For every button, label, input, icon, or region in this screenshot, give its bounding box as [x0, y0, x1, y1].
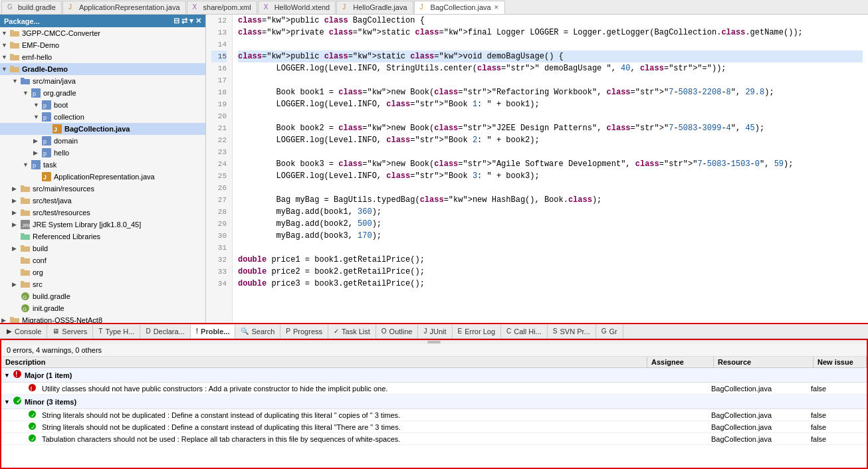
tree-icon-0	[9, 28, 20, 39]
tree-item-11[interactable]: ▼ptask	[0, 159, 205, 171]
tree-item-19[interactable]: conf	[0, 254, 205, 266]
tree-item-20[interactable]: org	[0, 266, 205, 278]
tree-arrow-15[interactable]: ▶	[12, 209, 20, 216]
tree-item-16[interactable]: ▶JREJRE System Library [jdk1.8.0_45]	[0, 219, 205, 231]
bottom-tab-13[interactable]: GGr	[596, 325, 623, 338]
tree-item-15[interactable]: ▶src/test/resources	[0, 207, 205, 219]
line-number-34: 34	[211, 278, 227, 290]
editor-tab-3[interactable]: XHelloWorld.xtend	[258, 1, 336, 14]
bottom-tab-12[interactable]: SSVN Pr...	[548, 325, 596, 338]
tree-arrow-10[interactable]: ▶	[33, 149, 41, 156]
tree-arrow-9[interactable]: ▶	[33, 138, 41, 144]
issue-group-header-1[interactable]: ▼✓Minor (3 items)	[1, 395, 867, 409]
tree-item-17[interactable]: Referenced Libraries	[0, 231, 205, 242]
tree-arrow-18[interactable]: ▶	[12, 245, 20, 252]
tree-arrow-6[interactable]: ▼	[33, 102, 41, 108]
tree-item-7[interactable]: ▼pcollection	[0, 111, 205, 123]
bottom-tab-10[interactable]: EError Log	[453, 325, 502, 338]
bottom-tabs: ▶Console🖥ServersTType H...DDeclara...!Pr…	[0, 324, 868, 339]
tree-arrow-21[interactable]: ▶	[12, 281, 20, 288]
down-arrow-icon[interactable]: ▾	[189, 17, 193, 25]
bottom-tab-9[interactable]: JJUnit	[418, 325, 452, 338]
bottom-tab-5[interactable]: 🔍Search	[235, 325, 280, 338]
tree-arrow-4[interactable]: ▼	[12, 78, 20, 84]
issue-row-0-0[interactable]: !Utility classes should not have public …	[1, 383, 867, 395]
tree-arrow-3[interactable]: ▼	[1, 66, 9, 72]
tree-item-24[interactable]: ▶Migration-OSS5-NetAct8	[0, 314, 205, 323]
editor-tab-1[interactable]: JApplicationRepresentation.java	[62, 1, 186, 14]
tree-item-21[interactable]: ▶src	[0, 278, 205, 290]
issues-header: DescriptionAssigneeResourceNew issue	[1, 357, 867, 368]
tree-item-10[interactable]: ▶phello	[0, 147, 205, 159]
close-icon[interactable]: ✕	[195, 17, 201, 25]
tree-item-2[interactable]: ▼emf-hello	[0, 51, 205, 63]
tree-arrow-5[interactable]: ▼	[23, 90, 31, 96]
bottom-tab-4[interactable]: !Proble...	[191, 325, 236, 338]
tree-item-4[interactable]: ▼src/main/java	[0, 75, 205, 87]
tree-label-17: Referenced Libraries	[33, 233, 100, 240]
tree-item-5[interactable]: ▼porg.gradle	[0, 87, 205, 99]
tree-item-6[interactable]: ▼pboot	[0, 99, 205, 111]
tree-item-9[interactable]: ▶pdomain	[0, 135, 205, 147]
bottom-tab-3[interactable]: DDeclara...	[140, 325, 190, 338]
issue-row-1-0[interactable]: ✓String literals should not be duplicate…	[1, 409, 867, 421]
svg-text:p: p	[43, 114, 47, 121]
bottom-tab-0[interactable]: ▶Console	[1, 325, 47, 338]
tab-close-5[interactable]: ✕	[494, 4, 499, 11]
tree-icon-22: G	[20, 291, 31, 302]
svg-text:p: p	[33, 162, 36, 169]
code-line-30: myBag.add(book3, 170);	[238, 230, 863, 242]
tree-item-8[interactable]: JBagCollection.java	[0, 123, 205, 135]
tree-item-14[interactable]: ▶src/test/java	[0, 195, 205, 207]
bottom-tab-icon-7: ✓	[334, 328, 339, 335]
code-lines[interactable]: class="kw">public class BagCollection { …	[233, 15, 868, 323]
tree-arrow-24[interactable]: ▶	[1, 317, 9, 323]
tree-item-13[interactable]: ▶src/main/resources	[0, 183, 205, 195]
editor-tab-0[interactable]: Gbuild.gradle	[1, 1, 62, 14]
tree-arrow-11[interactable]: ▼	[23, 161, 31, 168]
bottom-tab-2[interactable]: TType H...	[93, 325, 140, 338]
sidebar-tree[interactable]: ▼3GPP-CMCC-Converter▼EMF-Demo▼emf-hello▼…	[0, 27, 205, 323]
code-line-27: Bag myBag = BagUtils.typedBag(class="kw"…	[238, 194, 863, 206]
svg-text:!: !	[15, 371, 17, 378]
issues-table[interactable]: DescriptionAssigneeResourceNew issue ▼!M…	[1, 357, 867, 468]
tree-item-1[interactable]: ▼EMF-Demo	[0, 39, 205, 51]
tree-label-7: collection	[54, 113, 84, 121]
tree-item-12[interactable]: JApplicationRepresentation.java	[0, 171, 205, 183]
bottom-tab-8[interactable]: OOutline	[376, 325, 419, 338]
editor-tab-4[interactable]: JHelloGradle.java	[336, 1, 413, 14]
issue-group-header-0[interactable]: ▼!Major (1 item)	[1, 368, 867, 383]
tree-item-23[interactable]: Ginit.gradle	[0, 302, 205, 314]
issue-row-1-2[interactable]: ✓Tabulation characters should not be use…	[1, 433, 867, 445]
issue-row-1-1[interactable]: ✓String literals should not be duplicate…	[1, 421, 867, 433]
bottom-tab-7[interactable]: ✓Task List	[328, 325, 376, 338]
code-editor[interactable]: 1213141516171819202122232425262728293031…	[206, 15, 868, 323]
tab-icon-4: J	[342, 3, 350, 11]
tree-arrow-1[interactable]: ▼	[1, 42, 9, 48]
bottom-tab-icon-4: !	[196, 328, 198, 335]
editor-tab-5[interactable]: JBagCollection.java✕	[414, 1, 505, 14]
tree-label-20: org	[33, 268, 43, 276]
tree-item-0[interactable]: ▼3GPP-CMCC-Converter	[0, 27, 205, 39]
tree-item-22[interactable]: Gbuild.gradle	[0, 290, 205, 302]
line-number-14: 14	[211, 39, 227, 50]
tree-arrow-7[interactable]: ▼	[33, 114, 41, 120]
bottom-tab-icon-12: S	[553, 328, 558, 335]
tree-item-18[interactable]: ▶build	[0, 242, 205, 254]
bottom-tab-11[interactable]: CCall Hi...	[501, 325, 548, 338]
tree-item-3[interactable]: ▼Gradle-Demo	[0, 63, 205, 75]
tree-arrow-2[interactable]: ▼	[1, 54, 9, 60]
tree-arrow-13[interactable]: ▶	[12, 185, 20, 192]
bottom-tab-icon-5: 🔍	[241, 328, 249, 335]
editor-tab-2[interactable]: Xshare/pom.xml	[187, 1, 257, 14]
tree-label-10: hello	[54, 149, 69, 157]
collapse-icon[interactable]: ⊟	[173, 17, 179, 25]
sync-icon[interactable]: ⇄	[181, 17, 187, 25]
bottom-tab-6[interactable]: PProgress	[280, 325, 328, 338]
tree-arrow-0[interactable]: ▼	[1, 30, 9, 37]
bottom-tab-icon-13: G	[601, 328, 607, 335]
bottom-tab-1[interactable]: 🖥Servers	[47, 325, 93, 338]
tree-arrow-16[interactable]: ▶	[12, 221, 20, 228]
line-number-22: 22	[211, 134, 227, 146]
tree-arrow-14[interactable]: ▶	[12, 197, 20, 204]
